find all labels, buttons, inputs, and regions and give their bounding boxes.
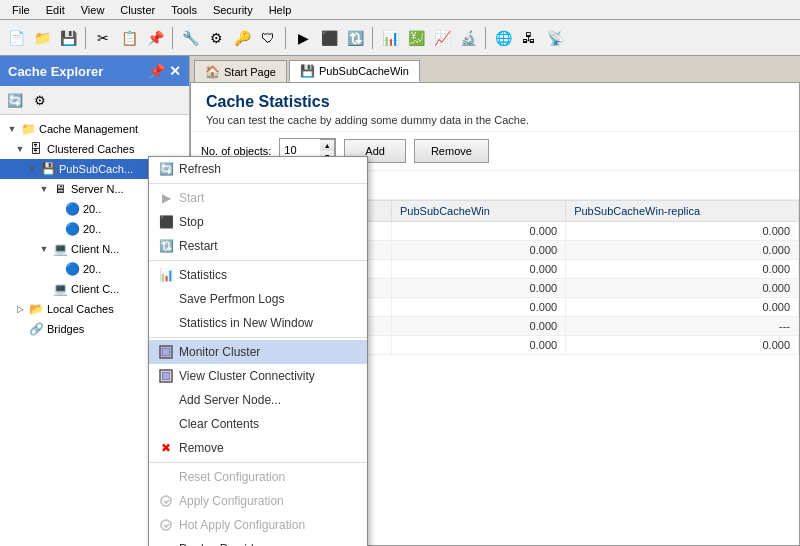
tb7[interactable]: ▶	[291, 26, 315, 50]
node-icon: 🔵	[64, 261, 80, 277]
new-btn[interactable]: 📄	[4, 26, 28, 50]
statistics-icon: 📊	[157, 266, 175, 284]
tree-label: Bridges	[47, 323, 84, 335]
sep3	[285, 27, 286, 49]
expand-icon: ▼	[36, 181, 52, 197]
sidebar-settings-btn[interactable]: ⚙	[29, 89, 51, 111]
save-btn[interactable]: 💾	[56, 26, 80, 50]
tree-label: Client N...	[71, 243, 119, 255]
reset-config-icon	[157, 468, 175, 486]
main-layout: Cache Explorer 📌 ✕ 🔄 ⚙ ▼ 📁 Cache Managem…	[0, 56, 800, 546]
sidebar-title: Cache Explorer	[8, 64, 103, 79]
ctx-save-perfmon[interactable]: Save Perfmon Logs	[149, 287, 367, 311]
tree-label: Cache Management	[39, 123, 138, 135]
sidebar-toolbar: 🔄 ⚙	[0, 86, 189, 115]
refresh-icon: 🔄	[157, 160, 175, 178]
remove-icon: ✖	[157, 439, 175, 457]
menu-view[interactable]: View	[73, 4, 113, 16]
expand-icon: ▷	[12, 301, 28, 317]
table-cell: 0.000	[566, 260, 799, 279]
spinner-up[interactable]: ▲	[320, 140, 334, 151]
tb9[interactable]: 🔃	[343, 26, 367, 50]
tb6[interactable]: 🛡	[256, 26, 280, 50]
server-icon: 🖥	[52, 181, 68, 197]
tab-pubsub-label: PubSubCacheWin	[319, 65, 409, 77]
menu-file[interactable]: File	[4, 4, 38, 16]
expand-icon: ▼	[12, 141, 28, 157]
client-cache-icon: 💻	[52, 281, 68, 297]
ctx-add-server-node[interactable]: Add Server Node...	[149, 388, 367, 412]
view-cluster-icon	[157, 367, 175, 385]
tree-item-cache-management[interactable]: ▼ 📁 Cache Management	[0, 119, 189, 139]
cut-btn[interactable]: ✂	[91, 26, 115, 50]
tb3[interactable]: 🔧	[178, 26, 202, 50]
expand-icon	[48, 221, 64, 237]
ctx-deploy-providers[interactable]: Deploy Providers	[149, 537, 367, 546]
table-cell: 0.000	[566, 336, 799, 355]
ctx-view-cluster-connectivity[interactable]: View Cluster Connectivity	[149, 364, 367, 388]
ctx-reset-config: Reset Configuration	[149, 465, 367, 489]
tab-pubsubcachewin[interactable]: 💾 PubSubCacheWin	[289, 60, 420, 82]
ctx-hot-apply-config: Hot Apply Configuration	[149, 513, 367, 537]
sidebar-refresh-btn[interactable]: 🔄	[4, 89, 26, 111]
ctx-monitor-cluster[interactable]: Monitor Cluster	[149, 340, 367, 364]
sep4	[372, 27, 373, 49]
tree-label: 20..	[83, 263, 101, 275]
pubsub-tab-icon: 💾	[300, 64, 315, 78]
tb10[interactable]: 📊	[378, 26, 402, 50]
ctx-clear-contents[interactable]: Clear Contents	[149, 412, 367, 436]
main-toolbar: 📄 📁 💾 ✂ 📋 📌 🔧 ⚙ 🔑 🛡 ▶ ⬛ 🔃 📊 💹 📈 🔬 🌐 🖧 📡	[0, 20, 800, 56]
node-icon: 🔵	[64, 221, 80, 237]
start-page-tab-icon: 🏠	[205, 65, 220, 79]
tb15[interactable]: 🖧	[517, 26, 541, 50]
remove-button[interactable]: Remove	[414, 139, 489, 163]
tb13[interactable]: 🔬	[456, 26, 480, 50]
tb8[interactable]: ⬛	[317, 26, 341, 50]
pin-icon[interactable]: 📌	[148, 63, 165, 79]
db-icon: 🗄	[28, 141, 44, 157]
ctx-remove[interactable]: ✖ Remove	[149, 436, 367, 460]
node-icon: 🔵	[64, 201, 80, 217]
close-sidebar-icon[interactable]: ✕	[169, 63, 181, 79]
paste-btn[interactable]: 📌	[143, 26, 167, 50]
table-cell: 0.000	[566, 222, 799, 241]
ctx-statistics-new-window[interactable]: Statistics in New Window	[149, 311, 367, 335]
copy-btn[interactable]: 📋	[117, 26, 141, 50]
tb11[interactable]: 💹	[404, 26, 428, 50]
expand-icon	[36, 281, 52, 297]
table-cell: 0.000	[566, 279, 799, 298]
sidebar-header-icons: 📌 ✕	[148, 63, 181, 79]
ctx-stop[interactable]: ⬛ Stop	[149, 210, 367, 234]
tb5[interactable]: 🔑	[230, 26, 254, 50]
clear-contents-icon	[157, 415, 175, 433]
save-perfmon-icon	[157, 290, 175, 308]
tb14[interactable]: 🌐	[491, 26, 515, 50]
svg-point-5	[161, 520, 171, 530]
table-cell: 0.000	[566, 241, 799, 260]
tree-label: Client C...	[71, 283, 119, 295]
menu-tools[interactable]: Tools	[163, 4, 205, 16]
expand-icon	[48, 261, 64, 277]
tb4[interactable]: ⚙	[204, 26, 228, 50]
tree-label: PubSubCach...	[59, 163, 133, 175]
tab-start-page[interactable]: 🏠 Start Page	[194, 60, 287, 82]
ctx-statistics[interactable]: 📊 Statistics	[149, 263, 367, 287]
col-header-pubsub: PubSubCacheWin	[392, 201, 566, 222]
menu-help[interactable]: Help	[261, 4, 300, 16]
open-btn[interactable]: 📁	[30, 26, 54, 50]
sep2	[172, 27, 173, 49]
stop-icon: ⬛	[157, 213, 175, 231]
menu-cluster[interactable]: Cluster	[112, 4, 163, 16]
tree-label: Local Caches	[47, 303, 114, 315]
ctx-restart[interactable]: 🔃 Restart	[149, 234, 367, 258]
menu-security[interactable]: Security	[205, 4, 261, 16]
stats-new-win-icon	[157, 314, 175, 332]
table-cell: ---	[566, 317, 799, 336]
ctx-refresh[interactable]: 🔄 Refresh	[149, 157, 367, 181]
monitor-cluster-icon	[157, 343, 175, 361]
tb12[interactable]: 📈	[430, 26, 454, 50]
menu-edit[interactable]: Edit	[38, 4, 73, 16]
panel-header: Cache Statistics You can test the cache …	[191, 83, 799, 132]
tb16[interactable]: 📡	[543, 26, 567, 50]
apply-config-icon	[157, 492, 175, 510]
